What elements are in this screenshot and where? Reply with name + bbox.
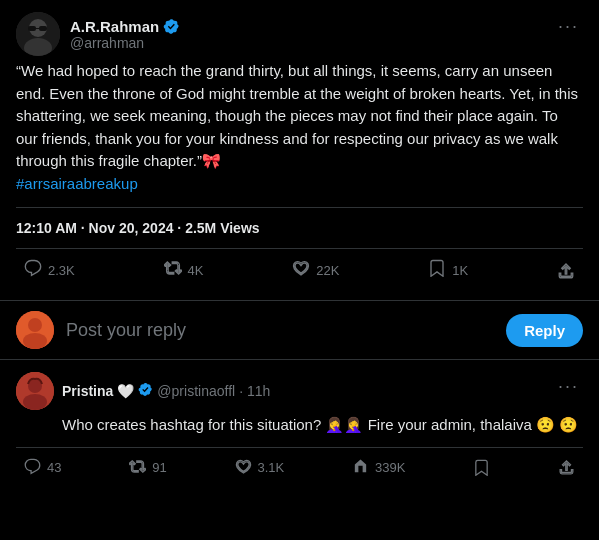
svg-point-11 (23, 394, 47, 410)
bookmark-action[interactable]: 1K (420, 253, 476, 288)
like-icon (292, 259, 310, 282)
reply-icon (24, 259, 42, 282)
display-name: A.R.Rahman (70, 18, 159, 35)
comment-reply-icon (24, 458, 41, 478)
comment-bookmark-action[interactable] (465, 453, 498, 482)
comment-reply-count: 43 (47, 460, 61, 475)
main-tweet: A.R.Rahman @arrahman ··· “We had hoped t… (0, 0, 599, 301)
display-name-row: A.R.Rahman (70, 18, 180, 35)
like-action[interactable]: 22K (284, 253, 347, 288)
comment-card: Pristina 🤍 @pristinaoffl · 11h ··· Who c… (0, 360, 599, 496)
comment-views-count: 339K (375, 460, 405, 475)
user-handle: @arrahman (70, 35, 180, 51)
reply-box: Post your reply Reply (0, 301, 599, 360)
bookmark-icon (428, 259, 446, 282)
comment-display-name: Pristina (62, 383, 113, 399)
comment-verified-icon (138, 382, 153, 400)
comment-header: Pristina 🤍 @pristinaoffl · 11h ··· (16, 372, 583, 410)
tweet-text: “We had hoped to reach the grand thirty,… (16, 62, 578, 169)
hashtag-link[interactable]: #arrsairaabreakup (16, 175, 138, 192)
avatar[interactable] (16, 12, 60, 56)
share-action[interactable] (549, 256, 583, 286)
verified-icon (163, 18, 180, 35)
comment-heart-icon: 🤍 (117, 383, 134, 399)
comment-avatar (16, 372, 54, 410)
tweet-body: “We had hoped to reach the grand thirty,… (16, 60, 583, 195)
comment-user-info: Pristina 🤍 @pristinaoffl · 11h (62, 382, 270, 400)
reply-avatar (16, 311, 54, 349)
svg-rect-4 (39, 26, 47, 31)
comment-views-action[interactable]: 339K (344, 452, 413, 484)
tweet-meta: 12:10 AM · Nov 20, 2024 · 2.5M Views (16, 207, 583, 236)
like-count: 22K (316, 263, 339, 278)
more-options-button[interactable]: ··· (554, 12, 583, 41)
reply-count: 2.3K (48, 263, 75, 278)
svg-point-7 (28, 318, 42, 332)
comment-like-action[interactable]: 3.1K (227, 452, 293, 484)
comment-actions: 43 91 3.1K 339K (16, 447, 583, 496)
comment-dot-sep: · (239, 383, 243, 399)
svg-rect-3 (28, 26, 36, 31)
reply-action[interactable]: 2.3K (16, 253, 83, 288)
comment-share-action[interactable] (550, 453, 583, 482)
reply-input-placeholder[interactable]: Post your reply (66, 320, 494, 341)
comment-header-left: Pristina 🤍 @pristinaoffl · 11h (16, 372, 270, 410)
comment-retweet-action[interactable]: 91 (121, 452, 174, 484)
tweet-header: A.R.Rahman @arrahman ··· (16, 12, 583, 56)
comment-more-options-button[interactable]: ··· (554, 372, 583, 401)
comment-text: Who creates hashtag for this situation? … (62, 416, 578, 433)
comment-body: Who creates hashtag for this situation? … (16, 414, 583, 437)
tweet-actions: 2.3K 4K 22K 1K (16, 248, 583, 300)
comment-reply-action[interactable]: 43 (16, 452, 69, 484)
comment-like-count: 3.1K (258, 460, 285, 475)
bookmark-count: 1K (452, 263, 468, 278)
comment-handle: @pristinaoffl (157, 383, 235, 399)
reply-submit-button[interactable]: Reply (506, 314, 583, 347)
comment-retweet-icon (129, 458, 146, 478)
tweet-header-left: A.R.Rahman @arrahman (16, 12, 180, 56)
tweet-views: 2.5M Views (185, 220, 259, 236)
tweet-time: 12:10 AM · Nov 20, 2024 · (16, 220, 181, 236)
comment-like-icon (235, 458, 252, 478)
user-info: A.R.Rahman @arrahman (70, 18, 180, 51)
svg-point-8 (23, 333, 47, 349)
comment-retweet-count: 91 (152, 460, 166, 475)
comment-time: 11h (247, 383, 270, 399)
retweet-action[interactable]: 4K (156, 253, 212, 288)
retweet-icon (164, 259, 182, 282)
retweet-count: 4K (188, 263, 204, 278)
comment-views-icon (352, 458, 369, 478)
